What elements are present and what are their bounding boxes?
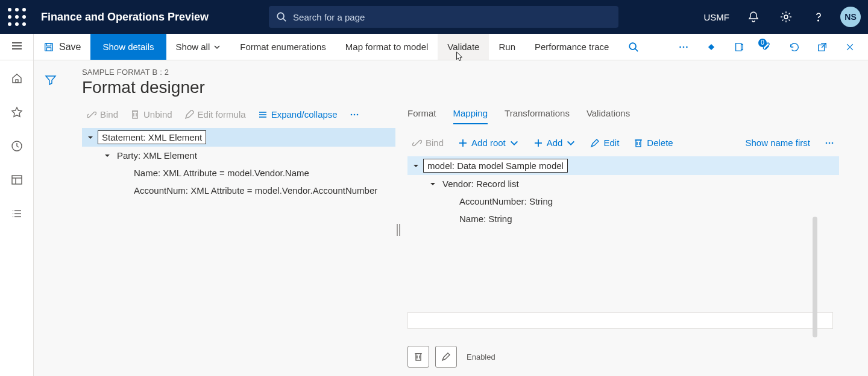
mapping-bind-button[interactable]: Bind bbox=[407, 135, 448, 150]
chevron-down-icon bbox=[566, 138, 576, 148]
svg-point-0 bbox=[8, 8, 11, 11]
tree-node-name-attr[interactable]: Name: XML Attribute = model.Vendor.Name bbox=[116, 164, 395, 182]
save-button[interactable]: Save bbox=[34, 34, 90, 60]
waffle-icon[interactable] bbox=[7, 7, 27, 27]
app-header: Finance and Operations Preview USMF NS bbox=[0, 0, 868, 34]
show-all-button[interactable]: Show all bbox=[166, 34, 231, 60]
caret-icon[interactable] bbox=[428, 181, 438, 187]
svg-point-2 bbox=[22, 8, 26, 11]
header-actions: USMF NS bbox=[704, 6, 861, 28]
tab-format[interactable]: Format bbox=[407, 107, 436, 124]
svg-point-49 bbox=[356, 113, 358, 115]
settings-icon[interactable] bbox=[775, 6, 797, 28]
workspaces-icon[interactable] bbox=[6, 169, 28, 191]
svg-rect-25 bbox=[736, 43, 741, 51]
svg-point-23 bbox=[686, 46, 688, 48]
svg-rect-29 bbox=[16, 80, 18, 83]
attachments-icon[interactable]: 0 bbox=[756, 36, 778, 58]
svg-rect-18 bbox=[46, 47, 51, 50]
bind-button[interactable]: Bind bbox=[82, 107, 123, 122]
edit-button[interactable]: Edit bbox=[585, 135, 624, 150]
performance-trace-button[interactable]: Performance trace bbox=[525, 34, 618, 60]
add-button[interactable]: Add bbox=[529, 135, 581, 150]
svg-point-19 bbox=[630, 43, 637, 49]
refresh-icon[interactable] bbox=[784, 36, 805, 58]
tree-node-account-attr[interactable]: AccountNum: XML Attribute = model.Vendor… bbox=[116, 182, 395, 199]
caret-icon[interactable] bbox=[86, 135, 95, 141]
delete-button[interactable]: Delete bbox=[629, 135, 678, 150]
edit-formula-button[interactable]: Edit formula bbox=[180, 107, 251, 122]
svg-line-10 bbox=[283, 19, 286, 22]
tree-node-vendor[interactable]: Vendor: Record list bbox=[424, 175, 839, 193]
svg-line-20 bbox=[635, 48, 638, 51]
format-enumerations-button[interactable]: Format enumerations bbox=[230, 34, 336, 60]
modules-icon[interactable] bbox=[6, 203, 28, 225]
search-icon bbox=[276, 11, 287, 22]
office-icon[interactable] bbox=[728, 36, 750, 58]
search-input[interactable] bbox=[293, 12, 611, 22]
tab-mapping[interactable]: Mapping bbox=[453, 107, 488, 124]
add-root-button[interactable]: Add root bbox=[453, 135, 524, 150]
command-bar: Save Show details Show all Format enumer… bbox=[0, 34, 868, 60]
tree-node-statement[interactable]: Statement: XML Element bbox=[82, 128, 395, 147]
svg-rect-17 bbox=[46, 43, 51, 46]
tab-transformations[interactable]: Transformations bbox=[505, 107, 570, 124]
notifications-icon[interactable] bbox=[743, 6, 764, 28]
svg-rect-16 bbox=[45, 43, 53, 51]
close-icon[interactable] bbox=[839, 36, 861, 58]
more-left-toolbar-icon[interactable] bbox=[345, 107, 364, 122]
svg-rect-24 bbox=[708, 43, 714, 49]
splitter-handle[interactable] bbox=[397, 224, 400, 236]
map-format-button[interactable]: Map format to model bbox=[336, 34, 438, 60]
property-input-top[interactable] bbox=[407, 312, 833, 329]
property-delete-icon[interactable] bbox=[407, 346, 429, 368]
svg-rect-63 bbox=[416, 354, 421, 360]
svg-point-12 bbox=[818, 20, 819, 21]
recent-icon[interactable] bbox=[6, 135, 28, 157]
svg-point-6 bbox=[8, 22, 11, 26]
tab-validations[interactable]: Validations bbox=[587, 107, 630, 124]
diamond-icon[interactable] bbox=[700, 36, 722, 58]
svg-point-8 bbox=[22, 22, 26, 26]
breadcrumb: SAMPLE FORMAT B : 2 bbox=[82, 68, 868, 77]
show-name-first-button[interactable]: Show name first bbox=[740, 135, 815, 150]
svg-point-1 bbox=[15, 8, 19, 11]
enabled-label: Enabled bbox=[467, 352, 495, 362]
tree-node-name[interactable]: Name: String bbox=[441, 210, 839, 228]
hamburger-button[interactable] bbox=[0, 34, 34, 60]
tree-node-model[interactable]: model: Data model Sample model bbox=[407, 156, 839, 175]
svg-point-21 bbox=[679, 46, 681, 48]
run-button[interactable]: Run bbox=[489, 34, 525, 60]
popout-icon[interactable] bbox=[811, 36, 833, 58]
property-edit-icon[interactable] bbox=[435, 346, 457, 368]
svg-rect-50 bbox=[397, 224, 398, 236]
expand-collapse-button[interactable]: Expand/collapse bbox=[253, 107, 342, 122]
svg-rect-31 bbox=[12, 176, 22, 184]
help-icon[interactable] bbox=[808, 6, 829, 28]
more-commands-icon[interactable] bbox=[673, 36, 694, 58]
company-badge[interactable]: USMF bbox=[704, 12, 730, 22]
format-tree: Statement: XML Element Party: XML Elemen… bbox=[82, 128, 395, 199]
svg-point-48 bbox=[353, 113, 355, 115]
chevron-down-icon bbox=[509, 138, 519, 148]
home-icon[interactable] bbox=[6, 68, 28, 89]
search-command-button[interactable] bbox=[618, 34, 649, 60]
caret-icon[interactable] bbox=[411, 163, 421, 169]
filter-icon[interactable] bbox=[40, 69, 61, 91]
svg-point-5 bbox=[22, 15, 26, 19]
favorites-icon[interactable] bbox=[6, 101, 28, 123]
user-avatar[interactable]: NS bbox=[840, 7, 861, 27]
svg-point-22 bbox=[683, 46, 685, 48]
scrollbar[interactable] bbox=[813, 217, 817, 337]
tree-node-account-number[interactable]: AccountNumber: String bbox=[441, 193, 839, 210]
svg-point-62 bbox=[832, 142, 834, 144]
tree-node-party[interactable]: Party: XML Element bbox=[99, 147, 395, 164]
show-details-button[interactable]: Show details bbox=[90, 34, 166, 60]
more-right-toolbar-icon[interactable] bbox=[820, 136, 839, 150]
svg-point-9 bbox=[277, 13, 284, 19]
caret-icon[interactable] bbox=[102, 153, 112, 159]
svg-point-60 bbox=[826, 142, 828, 144]
validate-button[interactable]: Validate bbox=[438, 34, 489, 60]
search-box[interactable] bbox=[269, 6, 618, 28]
unbind-button[interactable]: Unbind bbox=[125, 107, 177, 122]
